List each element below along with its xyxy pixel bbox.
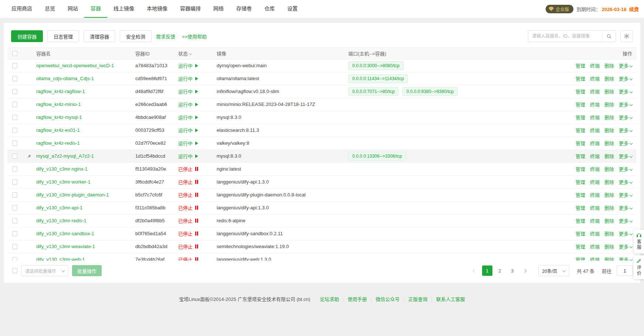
footer-link[interactable]: 论坛求助 — [320, 296, 339, 302]
action-more[interactable]: 更多 — [619, 141, 632, 146]
renew-link[interactable]: 续费 — [629, 7, 639, 12]
container-name-link[interactable]: dify_v130_c3mr-plugin_daemon-1 — [36, 192, 109, 198]
action-delete[interactable]: 删除 — [604, 218, 614, 224]
nav-item[interactable]: 网络 — [207, 0, 230, 18]
action-terminal[interactable]: 终端 — [590, 102, 600, 107]
search-button[interactable] — [602, 31, 616, 42]
action-more[interactable]: 更多 — [619, 76, 632, 82]
row-checkbox[interactable] — [12, 231, 17, 236]
row-checkbox[interactable] — [12, 218, 17, 223]
action-terminal[interactable]: 终端 — [590, 179, 600, 185]
page-size-select[interactable]: 20条/页 — [538, 265, 570, 276]
action-more[interactable]: 更多 — [619, 63, 632, 69]
nav-item[interactable]: 容器编排 — [174, 0, 207, 18]
nav-item[interactable]: 容器 — [84, 0, 107, 18]
footer-link[interactable]: 正版查询 — [408, 296, 427, 302]
nav-item[interactable]: 本地镜像 — [140, 0, 174, 18]
action-delete[interactable]: 删除 — [604, 89, 614, 95]
action-manage[interactable]: 管理 — [576, 205, 585, 211]
nav-item[interactable]: 仓库 — [258, 0, 281, 18]
action-manage[interactable]: 管理 — [576, 244, 585, 250]
row-checkbox[interactable] — [12, 89, 17, 94]
action-manage[interactable]: 管理 — [576, 63, 585, 69]
row-checkbox[interactable] — [12, 192, 17, 198]
action-manage[interactable]: 管理 — [576, 102, 585, 107]
container-name-link[interactable]: ragflow_kr4z-es01-1 — [36, 127, 80, 133]
action-manage[interactable]: 管理 — [576, 89, 585, 95]
action-manage[interactable]: 管理 — [576, 128, 585, 133]
action-delete[interactable]: 删除 — [604, 167, 614, 172]
nav-item[interactable]: 存储卷 — [230, 0, 258, 18]
action-terminal[interactable]: 终端 — [590, 63, 600, 69]
container-name-link[interactable]: dify_v130_c3mr-weaviate-1 — [36, 244, 95, 249]
rate-feedback-button[interactable]: 评价 — [634, 256, 644, 279]
footer-link[interactable]: 使用手册 — [348, 296, 367, 302]
action-delete[interactable]: 删除 — [604, 205, 614, 211]
row-checkbox[interactable] — [12, 115, 17, 120]
row-checkbox[interactable] — [12, 179, 17, 185]
nav-item[interactable]: 总览 — [38, 0, 61, 18]
action-delete[interactable]: 删除 — [604, 76, 614, 82]
action-terminal[interactable]: 终端 — [590, 205, 600, 211]
action-more[interactable]: 更多 — [619, 192, 632, 198]
action-manage[interactable]: 管理 — [576, 115, 585, 120]
action-more[interactable]: 更多 — [619, 154, 632, 159]
container-name-link[interactable]: dify_v130_c3mr-nginx-1 — [36, 166, 88, 172]
customer-service-button[interactable]: 客服 — [634, 230, 644, 253]
row-checkbox[interactable] — [12, 141, 17, 146]
container-name-link[interactable]: openwebui_iwcd-openwebui_iwcD-1 — [36, 63, 114, 68]
action-terminal[interactable]: 终端 — [590, 128, 600, 133]
log-manage-button[interactable]: 日志管理 — [47, 30, 79, 42]
container-name-link[interactable]: ragflow_kr4z-redis-1 — [36, 140, 80, 146]
row-checkbox[interactable] — [12, 102, 17, 107]
action-delete[interactable]: 删除 — [604, 257, 614, 261]
row-checkbox[interactable] — [12, 205, 17, 210]
row-checkbox[interactable] — [12, 63, 17, 68]
action-terminal[interactable]: 终端 — [590, 76, 600, 82]
action-more[interactable]: 更多 — [619, 128, 632, 133]
action-manage[interactable]: 管理 — [576, 192, 585, 198]
action-terminal[interactable]: 终端 — [590, 141, 600, 146]
action-manage[interactable]: 管理 — [576, 154, 585, 159]
action-delete[interactable]: 删除 — [604, 102, 614, 107]
page-button[interactable]: 3 — [507, 265, 518, 276]
container-name-link[interactable]: ragflow_kr4z-mysql-1 — [36, 114, 82, 120]
action-delete[interactable]: 删除 — [604, 179, 614, 185]
row-checkbox[interactable] — [12, 76, 17, 81]
help-link[interactable]: >>使用帮助 — [182, 33, 207, 40]
action-more[interactable]: 更多 — [619, 205, 632, 211]
container-name-link[interactable]: ragflow_kr4z-minio-1 — [36, 102, 81, 107]
action-manage[interactable]: 管理 — [576, 76, 585, 82]
action-terminal[interactable]: 终端 — [590, 115, 600, 120]
row-checkbox[interactable] — [12, 154, 17, 159]
security-check-button[interactable]: 安全检测 — [120, 30, 152, 42]
action-manage[interactable]: 管理 — [576, 141, 585, 146]
feedback-link[interactable]: 需求反馈 — [156, 33, 175, 40]
next-page-button[interactable] — [520, 265, 530, 276]
action-terminal[interactable]: 终端 — [590, 154, 600, 159]
action-more[interactable]: 更多 — [619, 167, 632, 172]
action-more[interactable]: 更多 — [619, 179, 632, 185]
action-more[interactable]: 更多 — [619, 218, 632, 224]
nav-item[interactable]: 线上镜像 — [107, 0, 140, 18]
action-manage[interactable]: 管理 — [576, 179, 585, 185]
row-checkbox[interactable] — [12, 167, 17, 172]
footer-link[interactable]: 联系人工客服 — [436, 296, 465, 302]
action-delete[interactable]: 删除 — [604, 128, 614, 133]
action-delete[interactable]: 删除 — [604, 154, 614, 159]
container-name-link[interactable]: dify_v130_c3mr-web-1 — [36, 257, 85, 261]
nav-item[interactable]: 网站 — [61, 0, 84, 18]
action-more[interactable]: 更多 — [619, 257, 632, 261]
action-terminal[interactable]: 终端 — [590, 218, 600, 224]
action-terminal[interactable]: 终端 — [590, 231, 600, 237]
container-name-link[interactable]: dify_v130_c3mr-redis-1 — [36, 218, 87, 223]
action-manage[interactable]: 管理 — [576, 257, 585, 261]
container-name-link[interactable]: dify_v130_c3mr-sandbox-1 — [36, 231, 94, 236]
action-terminal[interactable]: 终端 — [590, 257, 600, 261]
action-delete[interactable]: 删除 — [604, 63, 614, 69]
nav-item[interactable]: 设置 — [281, 0, 304, 18]
batch-select-all-checkbox[interactable] — [12, 268, 17, 273]
prev-page-button[interactable] — [470, 265, 480, 276]
footer-link[interactable]: 微信公众号 — [376, 296, 400, 302]
nav-item[interactable]: 应用商店 — [5, 0, 38, 18]
